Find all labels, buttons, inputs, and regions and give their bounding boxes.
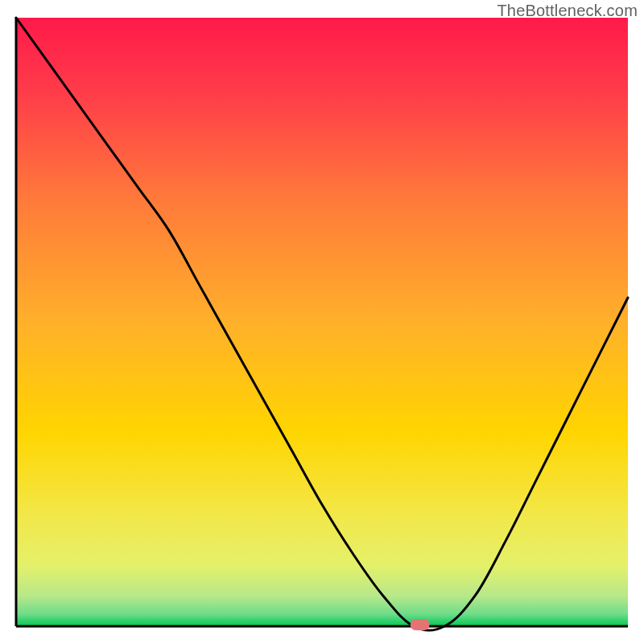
gradient-background [16, 18, 628, 626]
chart-svg [0, 0, 644, 644]
plot-area [16, 18, 628, 630]
watermark-text: TheBottleneck.com [497, 2, 638, 20]
bottleneck-chart: TheBottleneck.com [0, 0, 644, 644]
optimal-point-marker [411, 619, 430, 630]
